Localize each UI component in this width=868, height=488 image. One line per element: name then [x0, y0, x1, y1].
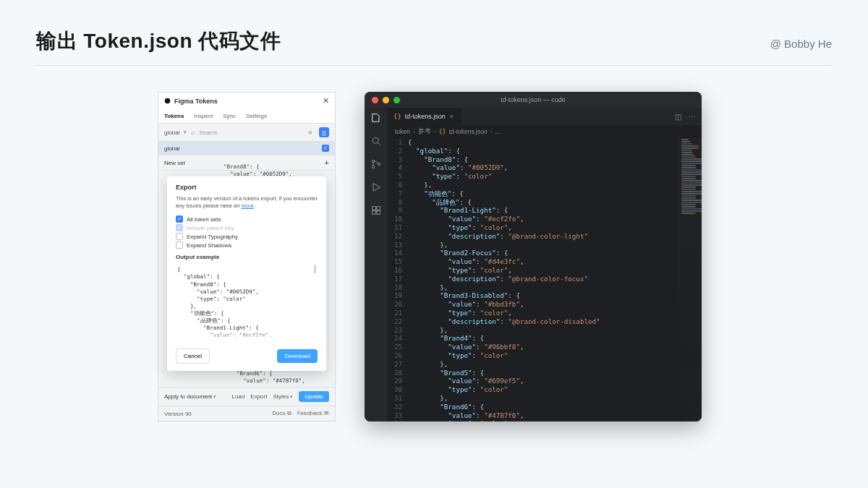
opt-shadow-label: Expand Shadows — [187, 242, 231, 249]
load-link[interactable]: Load — [232, 393, 245, 400]
export-heading: Export — [176, 184, 318, 191]
opt-typo-label: Expand Typography — [187, 234, 238, 240]
figma-logo-icon — [164, 98, 171, 104]
page-title: 输出 Token.json 代码文件 — [36, 27, 281, 55]
tab-tokens[interactable]: Tokens — [164, 113, 184, 119]
close-icon[interactable]: ✕ — [323, 96, 329, 106]
editor-tab[interactable]: {} td-tokens.json ✕ — [388, 108, 461, 125]
tab-inspect[interactable]: Inspect — [194, 113, 213, 119]
crumb: ... — [495, 128, 501, 135]
search-placeholder[interactable]: Search — [199, 129, 217, 136]
svg-point-2 — [372, 160, 374, 162]
chevron-down-icon: ▾ — [184, 129, 187, 135]
set-label-new: New set — [164, 160, 185, 166]
search-icon[interactable]: ⌕ — [191, 129, 195, 136]
export-note: This is an early version of a tokens exp… — [176, 195, 318, 210]
page-author: @ Bobby He — [770, 38, 832, 50]
svg-rect-6 — [377, 207, 380, 210]
json-file-icon: {} — [438, 128, 446, 135]
extensions-icon[interactable] — [370, 205, 382, 218]
debug-icon[interactable] — [370, 181, 382, 194]
version-label: Version 90 — [164, 411, 192, 417]
docs-label: Docs — [272, 410, 285, 416]
crumb: token — [395, 128, 410, 135]
update-button[interactable]: Update — [299, 391, 329, 402]
vscode-window: td-tokens.json — code {} td-tokens.json … — [365, 92, 702, 421]
list-view-icon[interactable]: ≡ — [305, 127, 315, 137]
opt-parent-label: Include parent key — [187, 225, 234, 231]
crumb: td-tokens.json — [449, 128, 488, 135]
issue-link[interactable]: issue — [241, 202, 254, 209]
tab-settings[interactable]: Settings — [246, 113, 267, 119]
figma-tokens-panel: Figma Tokens ✕ Tokens Inspect Sync Setti… — [158, 92, 336, 421]
drag-handle-icon[interactable] — [314, 265, 316, 273]
chevron-down-icon: ▾ — [212, 394, 216, 399]
download-button[interactable]: Download — [277, 349, 318, 363]
window-title: td-tokens.json — code — [365, 96, 702, 103]
tab-label: td-tokens.json — [405, 113, 446, 120]
split-editor-icon[interactable]: ◫ — [675, 113, 681, 121]
search-icon[interactable] — [370, 135, 382, 148]
minimap[interactable] — [678, 138, 702, 421]
feedback-label: Feedback — [297, 410, 323, 416]
export-modal: Export This is an early version of a tok… — [167, 176, 326, 371]
styles-link[interactable]: Styles ▾ — [273, 393, 293, 400]
window-titlebar: td-tokens.json — code — [365, 92, 702, 108]
svg-point-1 — [373, 137, 378, 143]
svg-rect-7 — [373, 211, 376, 215]
feedback-link[interactable]: Feedback ✉ — [297, 410, 329, 417]
tab-close-icon[interactable]: ✕ — [449, 114, 454, 120]
crumb: 参考 — [418, 127, 431, 136]
source-control-icon[interactable] — [370, 158, 382, 171]
export-link[interactable]: Export — [250, 393, 267, 400]
breadcrumb[interactable]: token› 参考› {}td-tokens.json› ... — [388, 125, 702, 138]
code-editor[interactable]: 1234567891011121314151617181920212223242… — [388, 138, 702, 421]
more-icon[interactable]: ⋯ — [689, 113, 696, 121]
json-file-icon: {} — [393, 113, 401, 120]
apply-label: Apply to document — [164, 393, 212, 400]
output-example-code: { "global": { "Brand8": { "value": "#005… — [176, 263, 318, 343]
checkbox-disabled-icon: ✓ — [176, 224, 183, 231]
tab-sync[interactable]: Sync — [223, 113, 236, 119]
set-label-global: global — [164, 145, 179, 152]
opt-all-label: All token sets — [187, 216, 221, 223]
token-set-global[interactable]: global ✓ — [158, 142, 335, 155]
docs-link[interactable]: Docs ⧉ — [272, 410, 291, 417]
json-view-icon[interactable]: {} — [319, 127, 329, 137]
checkbox-checked-icon[interactable]: ✓ — [176, 215, 183, 223]
panel-tabs: Tokens Inspect Sync Settings — [158, 109, 335, 124]
svg-point-0 — [165, 98, 171, 104]
scope-select[interactable]: global — [164, 129, 179, 136]
cancel-button[interactable]: Cancel — [176, 348, 210, 364]
svg-rect-8 — [377, 211, 380, 215]
checkbox-checked-icon[interactable]: ✓ — [322, 145, 329, 152]
apply-select[interactable]: Apply to document ▾ — [164, 393, 216, 400]
output-example-label: Output example — [176, 254, 318, 260]
files-icon[interactable] — [370, 112, 382, 125]
activity-bar — [365, 108, 388, 421]
svg-rect-5 — [373, 207, 376, 210]
checkbox-unchecked-icon[interactable]: ✓ — [176, 233, 183, 240]
chevron-down-icon: ▾ — [289, 394, 293, 399]
checkbox-unchecked-icon[interactable]: ✓ — [176, 241, 183, 249]
svg-point-3 — [372, 166, 374, 168]
styles-label: Styles — [273, 393, 289, 400]
panel-title: Figma Tokens — [174, 98, 218, 105]
